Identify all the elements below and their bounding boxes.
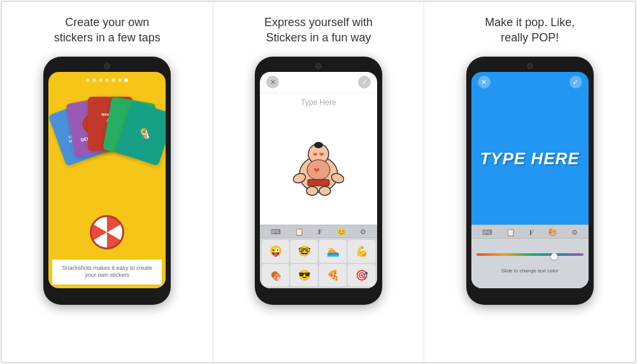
phone-3: ✕ ✓ TYPE HERE ⌨ 📋 𝐅 🎨 ⚙ bbox=[466, 57, 594, 305]
dot-2 bbox=[92, 78, 96, 82]
phone-3-screen: ✕ ✓ TYPE HERE ⌨ 📋 𝐅 🎨 ⚙ bbox=[471, 72, 589, 288]
slider-label: Slide to change text color bbox=[476, 268, 583, 274]
panel-2: Express yourself with Stickers in a fun … bbox=[213, 2, 425, 362]
screen3-check-button[interactable]: ✓ bbox=[569, 76, 582, 88]
type-hint: Type Here bbox=[260, 93, 377, 108]
screen2-keyboard: ⌨ 📋 𝐅 😊 ⚙ 😜 🤓 🏊 💪 🍖 😎 🍕 bbox=[260, 225, 377, 288]
check-button[interactable]: ✓ bbox=[358, 76, 371, 88]
sticker-grid: 😜 🤓 🏊 💪 🍖 😎 🍕 🎯 bbox=[260, 238, 377, 288]
color-slider-bar[interactable] bbox=[476, 253, 583, 256]
screen1-caption: Snackshots makes it easy to create your … bbox=[52, 260, 162, 284]
panel-3-title: Make it pop. Like, really POP! bbox=[485, 15, 575, 48]
close-button[interactable]: ✕ bbox=[266, 76, 279, 88]
svg-rect-11 bbox=[308, 179, 329, 186]
keyboard-icon-2: 📋 bbox=[295, 228, 304, 236]
sticker-thumb-8[interactable]: 🎯 bbox=[348, 264, 375, 287]
keyboard-icon-1: ⌨ bbox=[271, 228, 281, 236]
dot-7 bbox=[124, 78, 128, 82]
screen3-icon-2: 📋 bbox=[506, 228, 515, 237]
sticker-pile: SUC THAT GAVEME CANCER 👤 DELICIOUS!! WHA… bbox=[56, 94, 158, 208]
svg-text:❤: ❤ bbox=[313, 166, 320, 175]
panel-1-title: Create your own stickers in a few taps bbox=[54, 15, 161, 48]
screen2-topbar: ✕ ✓ bbox=[260, 72, 377, 93]
screen3-close-button[interactable]: ✕ bbox=[478, 76, 490, 88]
slider-handle[interactable] bbox=[551, 253, 557, 260]
phone-2-camera bbox=[315, 63, 322, 69]
sticker-thumb-4[interactable]: 💪 bbox=[348, 240, 375, 263]
dot-5 bbox=[111, 78, 115, 82]
svg-point-2 bbox=[314, 142, 323, 148]
screen3-icon-1: ⌨ bbox=[482, 228, 492, 237]
keyboard-icon-4: 😊 bbox=[337, 228, 346, 236]
phone-2: ✕ ✓ Type Here bbox=[255, 57, 382, 305]
candy-icon bbox=[90, 215, 124, 249]
svg-text:❤: ❤ bbox=[319, 151, 324, 158]
screen3-keyboard-icons: ⌨ 📋 𝐅 🎨 ⚙ bbox=[471, 225, 589, 239]
color-slider-area: Slide to change text color bbox=[471, 239, 589, 288]
dot-1 bbox=[86, 78, 90, 82]
screen3-icon-5: ⚙ bbox=[571, 228, 578, 237]
panel-2-title: Express yourself with Stickers in a fun … bbox=[264, 15, 373, 48]
sumo-sticker: ❤ ❤ ❤ bbox=[290, 135, 347, 199]
screen3-icon-3: 𝐅 bbox=[529, 228, 534, 237]
sticker-thumb-5[interactable]: 🍖 bbox=[262, 264, 289, 287]
keyboard-icon-3: 𝐅 bbox=[318, 228, 322, 236]
sticker-thumb-7[interactable]: 🍕 bbox=[319, 264, 347, 287]
panel-3: Make it pop. Like, really POP! ✕ ✓ TYPE … bbox=[424, 2, 635, 362]
type-here-text: TYPE HERE bbox=[480, 149, 579, 169]
svg-point-9 bbox=[306, 186, 318, 195]
dot-6 bbox=[118, 78, 122, 82]
panel-1: Create your own stickers in a few taps S… bbox=[2, 2, 213, 362]
sticker-thumb-2[interactable]: 🤓 bbox=[290, 240, 318, 263]
sticker-thumb-6[interactable]: 😎 bbox=[290, 264, 318, 287]
screen3-icon-4: 🎨 bbox=[548, 228, 557, 237]
phone-1-screen: SUC THAT GAVEME CANCER 👤 DELICIOUS!! WHA… bbox=[48, 72, 166, 288]
keyboard-icon-5: ⚙ bbox=[360, 228, 366, 236]
screen3-keyboard: ⌨ 📋 𝐅 🎨 ⚙ Slide to change text color bbox=[471, 225, 589, 288]
sticker-thumb-3[interactable]: 🏊 bbox=[319, 240, 347, 263]
dot-4 bbox=[105, 78, 109, 82]
keyboard-icons: ⌨ 📋 𝐅 😊 ⚙ bbox=[260, 225, 377, 238]
phone-1: SUC THAT GAVEME CANCER 👤 DELICIOUS!! WHA… bbox=[43, 57, 171, 305]
phone-2-screen: ✕ ✓ Type Here bbox=[260, 72, 377, 288]
screen3-topbar: ✕ ✓ bbox=[471, 72, 589, 92]
svg-point-10 bbox=[319, 186, 331, 195]
screen3-type-area: TYPE HERE bbox=[471, 92, 589, 225]
svg-text:❤: ❤ bbox=[313, 151, 318, 158]
dots-indicator bbox=[86, 78, 128, 82]
phone-1-camera bbox=[104, 63, 110, 69]
app-container: Create your own stickers in a few taps S… bbox=[1, 1, 636, 363]
sticker-thumb-1[interactable]: 😜 bbox=[262, 240, 289, 263]
dot-3 bbox=[99, 78, 103, 82]
sticker-display: ❤ ❤ ❤ bbox=[260, 108, 377, 225]
phone-3-camera bbox=[527, 63, 533, 69]
